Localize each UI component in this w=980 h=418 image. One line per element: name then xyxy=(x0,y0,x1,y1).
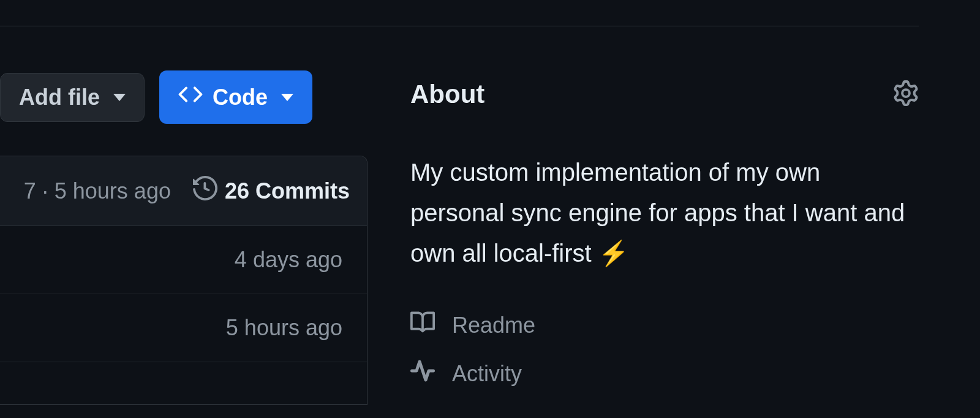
commits-count-label: 26 Commits xyxy=(225,178,350,204)
book-icon xyxy=(410,310,435,340)
about-links: Readme Activity xyxy=(410,310,919,389)
about-header: About xyxy=(410,80,919,109)
repo-toolbar: Add file Code xyxy=(0,70,312,124)
code-button[interactable]: Code xyxy=(159,70,312,124)
file-time: 4 days ago xyxy=(235,247,342,272)
activity-link[interactable]: Activity xyxy=(410,359,919,389)
caret-down-icon xyxy=(281,94,293,101)
file-list-panel: 7 · 5 hours ago 26 Commits 4 days ago 5 … xyxy=(0,156,368,405)
code-icon xyxy=(178,82,203,112)
history-icon xyxy=(193,176,217,206)
header-divider xyxy=(0,26,919,26)
about-title: About xyxy=(410,80,484,109)
file-time: 5 hours ago xyxy=(226,315,342,340)
file-list-header: 7 · 5 hours ago 26 Commits xyxy=(0,156,367,226)
commits-link[interactable]: 26 Commits xyxy=(193,176,350,206)
about-section: About My custom implementation of my own… xyxy=(410,80,919,389)
readme-link[interactable]: Readme xyxy=(410,310,919,340)
code-label: Code xyxy=(213,85,268,110)
table-row[interactable]: 4 days ago xyxy=(0,226,367,294)
readme-label: Readme xyxy=(452,313,535,338)
table-row[interactable] xyxy=(0,362,367,405)
latest-commit-meta: 7 · 5 hours ago xyxy=(24,178,171,204)
caret-down-icon xyxy=(113,94,126,101)
activity-label: Activity xyxy=(452,361,522,387)
pulse-icon xyxy=(410,359,435,389)
add-file-label: Add file xyxy=(19,85,100,110)
gear-icon[interactable] xyxy=(893,80,919,108)
about-description: My custom implementation of my own perso… xyxy=(410,152,919,273)
add-file-button[interactable]: Add file xyxy=(0,73,145,122)
table-row[interactable]: 5 hours ago xyxy=(0,294,367,362)
